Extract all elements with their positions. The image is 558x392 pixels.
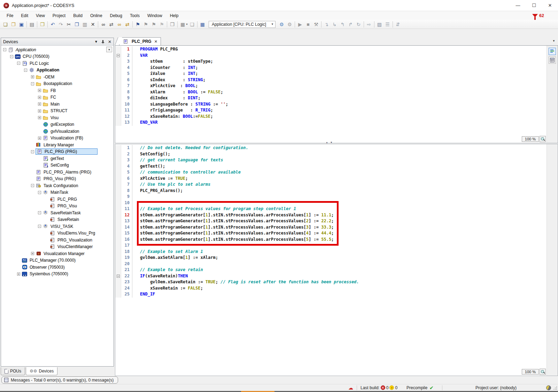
- next-statement-icon[interactable]: ⇨: [365, 21, 373, 28]
- tree-item-visu[interactable]: +Visu: [1, 114, 114, 121]
- next-bookmark-icon[interactable]: ⚑: [150, 21, 158, 28]
- collapse-icon[interactable]: -: [31, 82, 34, 85]
- toggle-breakpoint-icon[interactable]: ▨: [375, 21, 383, 28]
- expand-icon[interactable]: +: [38, 102, 41, 106]
- menu-view[interactable]: View: [32, 12, 49, 20]
- expand-icon[interactable]: +: [38, 116, 41, 119]
- tree-item-prg-visu-prg-[interactable]: PRG_Visu (PRG): [1, 176, 114, 183]
- tree-item-visualization-fb-[interactable]: +Visualization (FB): [1, 135, 114, 142]
- tree-item-bootapplication[interactable]: -Bootapplication: [1, 80, 114, 87]
- tree-item-maintask[interactable]: -MainTask: [1, 189, 114, 196]
- implementation-code[interactable]: 1// Do not delete. Needed for configurat…: [115, 145, 547, 376]
- maximize-button[interactable]: ☐: [526, 0, 542, 11]
- pin-icon[interactable]: [101, 40, 104, 43]
- tree-item-plc-prg[interactable]: PLC_PRG: [1, 196, 114, 203]
- tree-item-library-manager[interactable]: Library Manager: [1, 141, 114, 148]
- tree-item-prg-visualization[interactable]: PRG_Visualization: [1, 237, 114, 244]
- force-values-icon[interactable]: ☰: [383, 21, 392, 28]
- messages-button[interactable]: Messages - Total 0 error(s), 0 warning(s…: [1, 376, 118, 384]
- magnifier-icon[interactable]: [540, 369, 546, 375]
- tab-plc-prg[interactable]: PLC_PRG ✕: [119, 37, 161, 45]
- tree-item-gvlvisualization[interactable]: gvlVisualization: [1, 128, 114, 135]
- expand-icon[interactable]: +: [38, 89, 41, 92]
- find-in-objects-icon[interactable]: ∞: [115, 21, 123, 28]
- tree-item-plc-manager-70-0000-[interactable]: PLCPLC_Manager (70.0000): [1, 257, 114, 264]
- panel-dropdown-icon[interactable]: ▼: [94, 40, 98, 44]
- expand-icon[interactable]: +: [38, 96, 41, 99]
- tree-item-observer-705003-[interactable]: Observer (705003): [1, 264, 114, 271]
- close-button[interactable]: ✕: [542, 0, 558, 11]
- declaration-zoom-control[interactable]: 100 %: [522, 136, 546, 142]
- stop-icon[interactable]: ■: [304, 21, 312, 28]
- panel-close-icon[interactable]: ✕: [108, 40, 111, 44]
- open-file-icon[interactable]: ❐: [9, 21, 17, 28]
- menu-help[interactable]: Help: [166, 12, 183, 20]
- previous-bookmark-icon[interactable]: ⚑: [142, 21, 150, 28]
- declaration-pane[interactable]: 1PROGRAM PLC_PRG2VAR3 stOem : stOemType;…: [115, 46, 558, 143]
- tree-item-cpu-705003-[interactable]: -CPUCPU (705003): [1, 53, 114, 60]
- print-icon[interactable]: ▤: [28, 21, 36, 28]
- rebuild-icon[interactable]: ⚒: [312, 21, 320, 28]
- splitter-arrows-icon[interactable]: ▲ ▼: [326, 141, 333, 144]
- tree-item-prg-visu[interactable]: PRG_Visu: [1, 203, 114, 210]
- tree-item-application[interactable]: -Application: [1, 46, 114, 53]
- filter-funnel-icon[interactable]: [532, 14, 538, 17]
- menu-project[interactable]: Project: [49, 12, 69, 20]
- expand-icon[interactable]: +: [17, 272, 20, 276]
- menu-file[interactable]: File: [3, 12, 17, 20]
- declaration-code[interactable]: 1PROGRAM PLC_PRG2VAR3 stOem : stOemType;…: [115, 46, 547, 143]
- expand-icon[interactable]: +: [31, 252, 34, 255]
- tree-item-fc[interactable]: +FC: [1, 94, 114, 101]
- resize-grip[interactable]: [553, 386, 557, 390]
- window-list-dropdown-icon[interactable]: ▼: [552, 39, 555, 43]
- tree-item-application[interactable]: -Application: [1, 67, 114, 74]
- redo-icon[interactable]: ↷: [57, 21, 65, 28]
- copy-project-icon[interactable]: ❒: [38, 21, 46, 28]
- logout-icon[interactable]: ⚙: [286, 21, 294, 28]
- reset-icon[interactable]: ↻: [355, 21, 363, 28]
- start-icon[interactable]: ▶: [296, 21, 304, 28]
- replace-in-objects-icon[interactable]: ⇄: [123, 21, 131, 28]
- save-icon[interactable]: ▣: [17, 21, 25, 28]
- tree-item-visuelems-visu-prg[interactable]: VisuElems.Visu_Prg: [1, 230, 114, 237]
- tree-item-struct[interactable]: +STRUCT: [1, 108, 114, 115]
- minimize-button[interactable]: —: [510, 0, 526, 11]
- tabular-view-button[interactable]: [549, 56, 556, 64]
- tab-devices[interactable]: ⚙⚙ Devices: [26, 367, 57, 375]
- step-over-icon[interactable]: ↴: [323, 21, 331, 28]
- expand-icon[interactable]: +: [31, 75, 34, 78]
- collapse-icon[interactable]: -: [24, 69, 27, 72]
- tree-item-plc-logic[interactable]: -!PLC Logic: [1, 60, 114, 67]
- fold-marker-icon[interactable]: [115, 53, 121, 59]
- find-icon[interactable]: ∞: [99, 21, 107, 28]
- login-icon[interactable]: ⚙: [278, 21, 286, 28]
- expand-icon[interactable]: +: [38, 109, 41, 113]
- menu-edit[interactable]: Edit: [17, 12, 32, 20]
- fold-marker-icon[interactable]: [115, 273, 121, 279]
- collapse-icon[interactable]: -: [3, 48, 6, 51]
- bookmark-icon[interactable]: ⚑: [134, 21, 142, 28]
- window-list-icon[interactable]: ❒: [168, 21, 176, 28]
- tree-item--oem[interactable]: +-OEM: [1, 74, 114, 80]
- flow-control-icon[interactable]: ⇵: [394, 21, 402, 28]
- collapse-icon[interactable]: -: [10, 55, 13, 58]
- tree-item-visu-task[interactable]: -VISU_TASK: [1, 223, 114, 230]
- tree-item-plc-prg-alarms-prg-[interactable]: PLC_PRG_Alarms (PRG): [1, 169, 114, 176]
- active-application-combo[interactable]: Application [CPU: PLC Logic] ▼: [209, 21, 276, 28]
- replace-icon[interactable]: ⇄: [107, 21, 115, 28]
- collapse-icon[interactable]: -: [38, 211, 41, 214]
- clear-bookmarks-icon[interactable]: ⚑: [158, 21, 166, 28]
- tree-item-visuclientmanager[interactable]: VisuClientManager: [1, 244, 114, 251]
- export-icon[interactable]: ❏: [188, 21, 196, 28]
- zoom-level[interactable]: 100 %: [522, 136, 539, 142]
- step-into-icon[interactable]: ↳: [331, 21, 339, 28]
- menu-tools[interactable]: Tools: [126, 12, 144, 20]
- tree-item-gvlexception[interactable]: gvlException: [1, 121, 114, 128]
- menu-build[interactable]: Build: [69, 12, 86, 20]
- tree-item-task-configuration[interactable]: -Task Configuration: [1, 182, 114, 189]
- copy-icon[interactable]: ❐: [73, 21, 81, 28]
- new-file-icon[interactable]: ❏: [1, 21, 9, 28]
- magnifier-icon[interactable]: [540, 136, 546, 142]
- collapse-icon[interactable]: -: [17, 62, 20, 65]
- undo-icon[interactable]: ↶: [49, 21, 57, 28]
